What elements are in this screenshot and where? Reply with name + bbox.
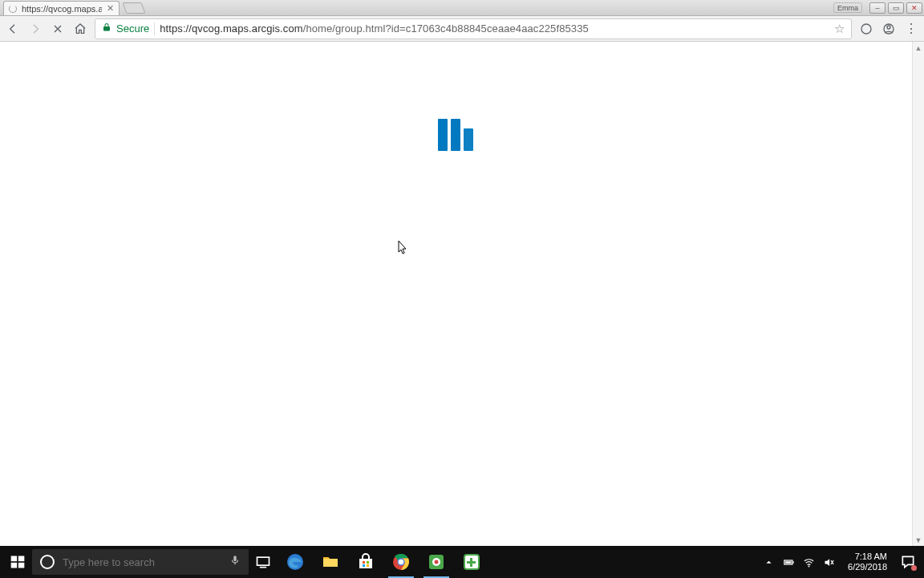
svg-rect-6 (18, 563, 25, 568)
window-titlebar: https://qvcog.maps.arcg ✕ Emma – ▭ ✕ (0, 0, 924, 16)
camtasia-icon (460, 551, 483, 573)
url-text: https://qvcog.maps.arcgis.com/home/group… (160, 22, 589, 35)
secure-label: Secure (116, 22, 149, 35)
task-view-icon (255, 554, 271, 570)
window-controls: Emma – ▭ ✕ (833, 0, 924, 15)
start-button[interactable] (3, 546, 32, 578)
close-stop-icon (51, 22, 64, 35)
browser-menu-button[interactable]: ⋮ (903, 21, 919, 36)
edge-icon (284, 551, 306, 573)
loader-bar-icon (451, 119, 460, 151)
tab-strip: https://qvcog.maps.arcg ✕ (0, 0, 144, 15)
store-icon (355, 551, 377, 573)
clock-time: 7:18 AM (848, 552, 887, 562)
clock-date: 6/29/2018 (848, 562, 887, 572)
svg-point-20 (435, 560, 439, 564)
page-loading-indicator (438, 119, 473, 151)
loader-bar-icon (438, 119, 448, 151)
cortana-circle-icon (40, 555, 55, 569)
maximize-button[interactable]: ▭ (888, 2, 904, 14)
vertical-scrollbar[interactable]: ▲ ▼ (912, 42, 924, 546)
forward-button[interactable] (27, 21, 43, 37)
taskbar-search[interactable] (32, 549, 249, 575)
new-tab-button[interactable] (122, 2, 145, 14)
svg-rect-12 (367, 561, 369, 564)
svg-point-2 (887, 26, 890, 29)
profile-icon[interactable] (881, 21, 897, 37)
action-center-icon[interactable] (900, 554, 916, 570)
loader-bar-icon (464, 128, 473, 151)
tab-title: https://qvcog.maps.arcg (22, 4, 102, 14)
browser-toolbar: Secure https://qvcog.maps.arcgis.com/hom… (0, 16, 924, 42)
svg-point-0 (861, 24, 871, 34)
loading-spinner-icon (9, 5, 17, 13)
system-tray: 7:18 AM 6/29/2018 (763, 552, 921, 572)
omnibox-divider (154, 22, 155, 35)
close-tab-icon[interactable]: ✕ (107, 3, 114, 14)
svg-rect-24 (785, 561, 792, 564)
camtasia-editor-app[interactable] (454, 546, 489, 578)
data-saver-icon[interactable] (858, 21, 874, 37)
tray-overflow-icon[interactable] (763, 556, 775, 568)
svg-point-25 (808, 565, 810, 567)
close-window-button[interactable]: ✕ (906, 2, 922, 14)
camtasia-recorder-app[interactable] (419, 546, 454, 578)
svg-rect-13 (363, 564, 365, 567)
svg-rect-3 (11, 556, 18, 562)
svg-rect-14 (367, 564, 369, 567)
arrow-left-icon (6, 22, 19, 35)
chrome-app[interactable] (383, 546, 419, 578)
url-host: https://qvcog.maps.arcgis.com (160, 22, 302, 35)
svg-rect-4 (18, 556, 25, 562)
scroll-down-icon[interactable]: ▼ (913, 534, 925, 546)
svg-rect-5 (11, 563, 18, 568)
windows-logo-icon (10, 554, 26, 570)
scroll-up-icon[interactable]: ▲ (913, 42, 925, 54)
address-bar[interactable]: Secure https://qvcog.maps.arcgis.com/hom… (95, 18, 852, 39)
taskbar-search-input[interactable] (63, 556, 221, 568)
camtasia-rec-icon (425, 551, 448, 573)
task-view-button[interactable] (249, 546, 278, 578)
svg-rect-8 (260, 567, 266, 568)
user-badge[interactable]: Emma (833, 2, 862, 13)
svg-rect-7 (257, 557, 270, 565)
folder-icon (319, 551, 342, 573)
microsoft-store-app[interactable] (348, 546, 383, 578)
wifi-icon[interactable] (803, 556, 815, 568)
svg-rect-11 (363, 561, 365, 564)
browser-tab[interactable]: https://qvcog.maps.arcg ✕ (3, 1, 120, 15)
windows-taskbar: 7:18 AM 6/29/2018 (0, 546, 924, 578)
home-button[interactable] (72, 21, 88, 37)
lock-icon (102, 22, 111, 35)
volume-icon[interactable] (823, 556, 835, 568)
minimize-button[interactable]: – (869, 2, 886, 14)
bookmark-star-icon[interactable]: ☆ (834, 22, 845, 36)
file-explorer-app[interactable] (313, 546, 348, 578)
microphone-icon[interactable] (229, 555, 241, 569)
taskbar-clock[interactable]: 7:18 AM 6/29/2018 (843, 552, 892, 572)
edge-app[interactable] (278, 546, 313, 578)
arrow-right-icon (29, 22, 42, 35)
chrome-icon (390, 551, 412, 573)
mouse-cursor-icon (398, 240, 409, 256)
page-viewport: ▲ ▼ (0, 42, 924, 546)
battery-icon[interactable] (783, 556, 795, 568)
svg-rect-10 (359, 559, 372, 568)
svg-point-17 (399, 560, 404, 565)
svg-rect-23 (793, 561, 794, 564)
url-path: /home/group.html?id=c17063c4b88845ceaae4… (303, 22, 589, 35)
pinned-apps (278, 546, 489, 578)
back-button[interactable] (5, 21, 21, 37)
stop-reload-button[interactable] (50, 21, 66, 37)
home-icon (74, 22, 87, 35)
